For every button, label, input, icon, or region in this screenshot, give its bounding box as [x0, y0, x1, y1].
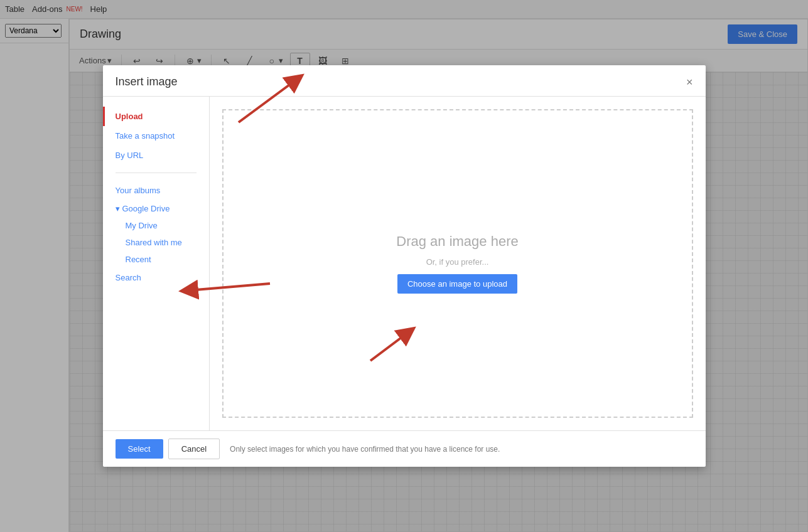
drag-text: Drag an image here — [396, 233, 518, 250]
dialog-body: Upload Take a snapshot By URL Your album… — [103, 97, 706, 430]
dialog-title: Insert image — [116, 75, 178, 88]
dialog-close-button[interactable]: × — [686, 77, 693, 88]
upload-area: Drag an image here Or, if you prefer... … — [210, 97, 706, 430]
nav-upload[interactable]: Upload — [103, 107, 209, 126]
dialog-nav: Upload Take a snapshot By URL Your album… — [103, 97, 210, 430]
nav-google-drive[interactable]: ▾ Google Drive — [103, 200, 209, 217]
or-text: Or, if you prefer... — [426, 257, 489, 267]
cancel-button[interactable]: Cancel — [168, 439, 220, 459]
nav-by-url[interactable]: By URL — [103, 146, 209, 165]
nav-recent[interactable]: Recent — [103, 251, 209, 268]
select-button[interactable]: Select — [116, 439, 163, 459]
nav-my-drive[interactable]: My Drive — [103, 217, 209, 234]
nav-divider — [116, 173, 197, 173]
nav-your-albums[interactable]: Your albums — [103, 181, 209, 200]
drop-zone[interactable]: Drag an image here Or, if you prefer... … — [222, 109, 693, 418]
google-drive-label: Google Drive — [122, 204, 170, 213]
nav-search[interactable]: Search — [103, 268, 209, 287]
nav-take-snapshot[interactable]: Take a snapshot — [103, 126, 209, 146]
google-drive-arrow: ▾ — [116, 204, 120, 213]
choose-image-button[interactable]: Choose an image to upload — [397, 274, 517, 294]
dialog-overlay: Insert image × Upload Take a snapshot By… — [0, 0, 808, 532]
insert-image-dialog: Insert image × Upload Take a snapshot By… — [103, 65, 706, 467]
dialog-footer: Select Cancel Only select images for whi… — [103, 430, 706, 467]
dialog-header: Insert image × — [103, 65, 706, 97]
license-text: Only select images for which you have co… — [230, 445, 500, 454]
nav-shared-with-me[interactable]: Shared with me — [103, 234, 209, 251]
